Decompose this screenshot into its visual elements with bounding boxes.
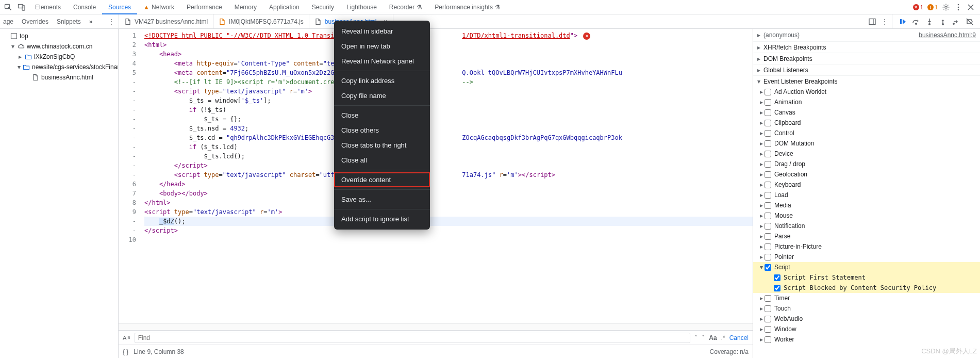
regex-toggle[interactable]: .* — [721, 334, 725, 341]
event-checkbox[interactable] — [765, 99, 771, 106]
nav-menu-icon[interactable]: ⋮ — [108, 18, 114, 25]
nav-tab-page[interactable]: age — [3, 18, 13, 25]
warning-badge[interactable]: !1 — [927, 4, 938, 10]
event-category[interactable]: ▸Worker — [753, 334, 980, 345]
deactivate-button[interactable] — [966, 18, 974, 26]
event-category[interactable]: ▸Notification — [753, 221, 980, 231]
ctx-item[interactable]: Close tabs to the right — [334, 138, 430, 153]
code-area[interactable]: <!DOCTYPE html PUBLIC "-//W3C//DTD XHTML… — [141, 29, 753, 323]
error-icon[interactable]: × — [583, 32, 590, 40]
event-category[interactable]: ▸Window — [753, 324, 980, 334]
event-checkbox[interactable] — [765, 305, 771, 312]
event-category[interactable]: ▸Pointer — [753, 252, 980, 262]
event-checkbox[interactable] — [765, 295, 771, 302]
step-into-button[interactable] — [925, 18, 934, 26]
settings-icon[interactable] — [942, 3, 950, 11]
panel-section[interactable]: ▸XHR/fetch Breakpoints — [753, 41, 980, 53]
event-checkbox[interactable] — [765, 161, 771, 168]
event-category[interactable]: ▸Animation — [753, 97, 980, 107]
horiz-scrollbar[interactable] — [119, 323, 753, 330]
event-checkbox[interactable] — [765, 182, 771, 188]
event-category[interactable]: ▸Load — [753, 190, 980, 200]
expand-icon[interactable]: ▸ — [757, 31, 760, 39]
event-category[interactable]: ▸Clipboard — [753, 118, 980, 128]
event-checkbox[interactable] — [774, 274, 780, 281]
event-category[interactable]: ▸Picture-in-Picture — [753, 241, 980, 252]
find-toggle-icon[interactable]: AB — [123, 335, 130, 341]
find-input[interactable] — [135, 333, 691, 343]
panel-section[interactable]: ▾Event Listener Breakpoints — [753, 75, 980, 87]
match-case-toggle[interactable]: Aa — [709, 334, 717, 341]
step-over-button[interactable] — [912, 18, 920, 26]
event-category[interactable]: ▸Media — [753, 200, 980, 210]
find-cancel-button[interactable]: Cancel — [729, 334, 749, 341]
event-checkbox[interactable] — [774, 285, 780, 291]
ctx-item[interactable]: Add script to ignore list — [334, 211, 430, 226]
ctx-item[interactable]: Close all — [334, 153, 430, 168]
event-checkbox[interactable] — [765, 89, 771, 95]
event-checkbox[interactable] — [765, 171, 771, 178]
tree-frame[interactable]: top — [0, 31, 118, 41]
nav-tab-snippets[interactable]: Snippets — [57, 18, 81, 25]
event-category[interactable]: ▸Mouse — [753, 210, 980, 221]
event-category[interactable]: ▸Ad Auction Worklet — [753, 87, 980, 97]
event-checkbox[interactable] — [765, 243, 771, 250]
top-tab-performance[interactable]: Performance — [180, 0, 228, 14]
step-out-button[interactable] — [939, 18, 947, 26]
event-checkbox[interactable] — [765, 202, 771, 209]
nav-tab-overrides[interactable]: Overrides — [22, 18, 48, 25]
ctx-item[interactable]: Save as... — [334, 192, 430, 207]
event-category[interactable]: ▸Canvas — [753, 107, 980, 118]
event-category[interactable]: ▸Timer — [753, 293, 980, 303]
event-checkbox[interactable] — [765, 213, 771, 219]
ctx-item[interactable]: Close — [334, 108, 430, 123]
tree-cloud[interactable]: ▾www.chinastock.com.cn — [0, 41, 118, 52]
next-match-icon[interactable]: ˅ — [702, 334, 705, 341]
ctx-item[interactable]: Override content — [334, 172, 430, 187]
ctx-item[interactable]: Copy link address — [334, 73, 430, 88]
event-checkbox[interactable] — [765, 192, 771, 199]
event-category[interactable]: ▸Parse — [753, 231, 980, 241]
close-devtools-icon[interactable] — [967, 3, 975, 11]
event-checkbox[interactable] — [765, 336, 771, 343]
event-checkbox[interactable] — [765, 264, 771, 271]
top-tab-lighthouse[interactable]: Lighthouse — [340, 0, 383, 14]
top-tab-sources[interactable]: Sources — [102, 0, 137, 14]
event-category[interactable]: ▸Keyboard — [753, 180, 980, 190]
step-button[interactable] — [952, 18, 960, 26]
ctx-item[interactable]: Open in new tab — [334, 39, 430, 54]
ctx-item[interactable]: Reveal in Network panel — [334, 54, 430, 69]
top-tab-application[interactable]: Application — [263, 0, 306, 14]
top-tab-memory[interactable]: Memory — [228, 0, 263, 14]
event-checkbox[interactable] — [765, 151, 771, 157]
device-toggle-icon[interactable] — [18, 3, 26, 11]
ctx-item[interactable]: Reveal in sidebar — [334, 24, 430, 39]
top-tab-network[interactable]: ▲Network — [137, 0, 180, 14]
event-checkbox[interactable] — [765, 120, 771, 126]
pretty-print-icon[interactable]: { } — [123, 348, 128, 355]
panel-layout-icon[interactable] — [868, 18, 876, 26]
file-tab[interactable]: IM0jQktM6FSQ.6771a74.js — [213, 14, 309, 28]
event-category[interactable]: Script Blocked by Content Security Polic… — [753, 283, 980, 293]
top-tab-security[interactable]: Security — [306, 0, 340, 14]
ctx-item[interactable]: Copy file name — [334, 88, 430, 103]
event-category[interactable]: ▸Touch — [753, 303, 980, 314]
nav-more-icon[interactable]: » — [89, 18, 93, 25]
top-tab-performance-insights[interactable]: Performance insights ⚗ — [428, 0, 507, 14]
prev-match-icon[interactable]: ˄ — [694, 334, 697, 341]
event-checkbox[interactable] — [765, 223, 771, 230]
tree-file[interactable]: businessAnnc.html — [0, 72, 118, 83]
event-category[interactable]: ▸Control — [753, 128, 980, 138]
top-tab-recorder[interactable]: Recorder ⚗ — [383, 0, 428, 14]
inspect-icon[interactable] — [4, 3, 12, 11]
file-tab[interactable]: VM427 businessAnnc.html — [119, 14, 213, 28]
event-category[interactable]: ▸DOM Mutation — [753, 138, 980, 149]
event-checkbox[interactable] — [765, 316, 771, 322]
event-checkbox[interactable] — [765, 326, 771, 333]
file-tab-menu-icon[interactable]: ⋮ — [882, 18, 888, 25]
event-category[interactable]: ▸WebAudio — [753, 314, 980, 324]
event-category[interactable]: ▾Script — [753, 262, 980, 272]
top-tab-elements[interactable]: Elements — [29, 0, 67, 14]
event-checkbox[interactable] — [765, 130, 771, 137]
event-category[interactable]: ▸Geolocation — [753, 169, 980, 180]
